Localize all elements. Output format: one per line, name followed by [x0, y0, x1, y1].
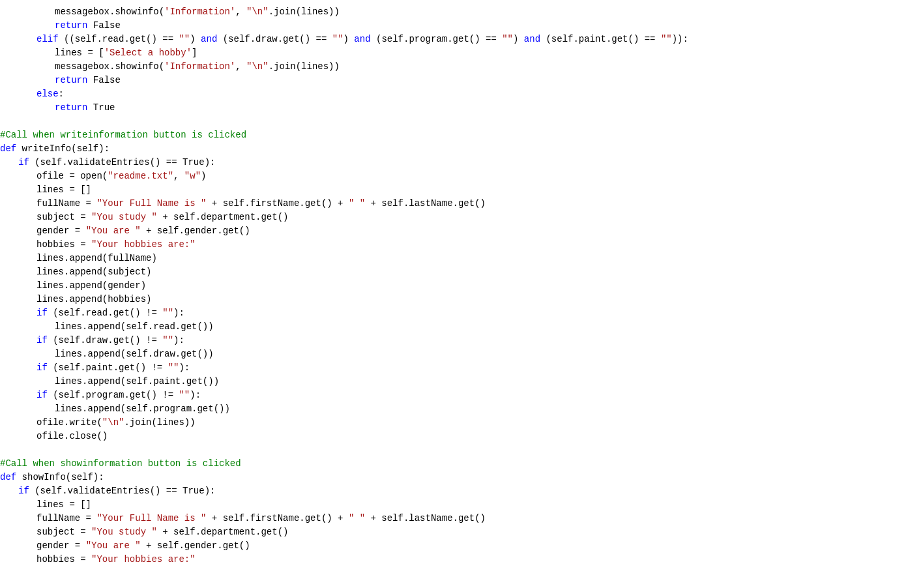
code-token-plain: lines.append(self.draw.get()): [55, 349, 214, 359]
code-token-kw: return: [55, 102, 87, 113]
code-token-plain: (self.draw.get() !=: [48, 335, 162, 345]
code-token-str: "": [502, 34, 513, 44]
code-token-str: "": [162, 335, 173, 345]
code-token-plain: lines = []: [37, 184, 91, 195]
code-token-plain: + self.lastName.get(): [365, 513, 486, 523]
code-token-plain: + self.firstName.get() +: [206, 513, 348, 523]
code-token-plain: ]: [192, 48, 197, 58]
code-line: if (self.validateEntries() == True):: [0, 156, 921, 169]
code-token-kw: and: [524, 34, 540, 44]
code-token-kw: if: [37, 390, 48, 400]
code-token-plain: gender =: [37, 540, 86, 551]
code-line: gender = "You are " + self.gender.get(): [0, 539, 921, 553]
code-token-str: "\n": [246, 7, 269, 17]
code-token-kw: if: [18, 157, 29, 168]
code-token-plain: lines.append(subject): [37, 267, 151, 277]
code-token-plain: ,: [173, 171, 184, 181]
code-line: ofile.close(): [0, 430, 921, 443]
code-token-str: "You are ": [86, 540, 141, 551]
code-line: hobbies = "Your hobbies are:": [0, 553, 921, 566]
code-token-plain: ): [190, 34, 201, 44]
code-token-str: "You study ": [91, 212, 157, 222]
code-token-plain: + self.gender.get(): [141, 226, 250, 236]
code-token-str: " ": [349, 513, 365, 523]
code-token-plain: (self.program.get() ==: [371, 34, 503, 44]
code-token-kw: elif: [37, 34, 59, 44]
code-line: subject = "You study " + self.department…: [0, 525, 921, 539]
code-line: lines = []: [0, 183, 921, 197]
code-line: def writeInfo(self):: [0, 142, 921, 156]
code-token-plain: showInfo(self):: [16, 472, 104, 482]
code-line: elif ((self.read.get() == "") and (self.…: [0, 33, 921, 46]
code-token-str: "You are ": [86, 226, 141, 236]
code-token-plain: )):: [672, 34, 688, 44]
code-line: [0, 443, 921, 457]
code-token-str: "": [179, 390, 190, 400]
code-token-str: " ": [349, 198, 365, 209]
code-line: ofile = open("readme.txt", "w"): [0, 169, 921, 183]
code-token-kw: and: [354, 34, 370, 44]
code-line: #Call when writeinformation button is cl…: [0, 128, 921, 142]
code-token-plain: ):: [173, 308, 184, 318]
code-line: fullName = "Your Full Name is " + self.f…: [0, 197, 921, 211]
code-line: fullName = "Your Full Name is " + self.f…: [0, 512, 921, 525]
code-line: hobbies = "Your hobbies are:": [0, 238, 921, 252]
code-token-plain: (self.paint.get() ==: [540, 34, 661, 44]
code-token-plain: .join(lines)): [269, 61, 340, 72]
code-token-kw: def: [0, 472, 16, 482]
code-token-plain: (self.read.get() !=: [48, 308, 162, 318]
code-line: else:: [0, 87, 921, 101]
code-token-plain: ,: [235, 7, 246, 17]
code-line: messagebox.showinfo('Information', "\n".…: [0, 60, 921, 74]
code-line: gender = "You are " + self.gender.get(): [0, 224, 921, 238]
code-token-plain: ((self.read.get() ==: [59, 34, 179, 44]
code-token-str: "\n": [246, 61, 269, 72]
code-token-plain: ):: [190, 390, 201, 400]
code-token-plain: + self.department.get(): [157, 212, 289, 222]
code-line: return False: [0, 19, 921, 33]
code-token-plain: messagebox.showinfo(: [55, 61, 164, 72]
code-token-str: "You study ": [91, 527, 157, 537]
code-line: lines.append(self.program.get()): [0, 402, 921, 416]
code-token-kw: if: [37, 362, 48, 373]
code-token-plain: + self.lastName.get(): [365, 198, 486, 209]
code-line: lines.append(self.draw.get()): [0, 347, 921, 361]
code-line: def showInfo(self):: [0, 471, 921, 484]
code-token-plain: + self.gender.get(): [141, 540, 250, 551]
code-token-str: "Your hobbies are:": [91, 239, 196, 250]
code-line: return False: [0, 74, 921, 87]
code-container: messagebox.showinfo('Information', "\n".…: [0, 0, 921, 588]
code-token-plain: ): [201, 171, 206, 181]
code-token-plain: lines = []: [37, 499, 91, 510]
code-line: if (self.paint.get() != ""):: [0, 361, 921, 375]
code-token-kw: and: [201, 34, 217, 44]
code-line: if (self.read.get() != ""):: [0, 306, 921, 320]
code-token-plain: lines.append(gender): [37, 280, 146, 291]
code-token-plain: ): [513, 34, 524, 44]
code-token-plain: fullName =: [37, 513, 96, 523]
code-token-plain: lines.append(fullName): [37, 253, 157, 263]
code-token-str: "": [661, 34, 672, 44]
code-token-plain: False: [87, 20, 120, 31]
code-token-str: 'Information': [164, 61, 235, 72]
code-line: lines = ['Select a hobby']: [0, 46, 921, 60]
code-token-plain: (self.validateEntries() == True):: [29, 157, 216, 168]
code-line: lines.append(hobbies): [0, 293, 921, 306]
code-token-kw: if: [18, 486, 29, 496]
code-line: return True: [0, 101, 921, 115]
code-token-plain: subject =: [37, 212, 91, 222]
code-token-plain: (self.program.get() !=: [48, 390, 179, 400]
code-line: subject = "You study " + self.department…: [0, 211, 921, 224]
code-token-plain: subject =: [37, 527, 91, 537]
code-token-plain: writeInfo(self):: [16, 143, 110, 154]
code-token-plain: ,: [235, 61, 246, 72]
code-token-kw: if: [37, 335, 48, 345]
code-token-plain: ofile.write(: [37, 417, 102, 428]
code-token-str: "readme.txt": [108, 171, 173, 181]
code-line: lines.append(self.read.get()): [0, 320, 921, 334]
code-token-kw: def: [0, 143, 16, 154]
code-line: [0, 115, 921, 128]
code-token-plain: messagebox.showinfo(: [55, 7, 164, 17]
code-token-plain: hobbies =: [37, 239, 91, 250]
code-token-plain: lines.append(hobbies): [37, 294, 151, 304]
